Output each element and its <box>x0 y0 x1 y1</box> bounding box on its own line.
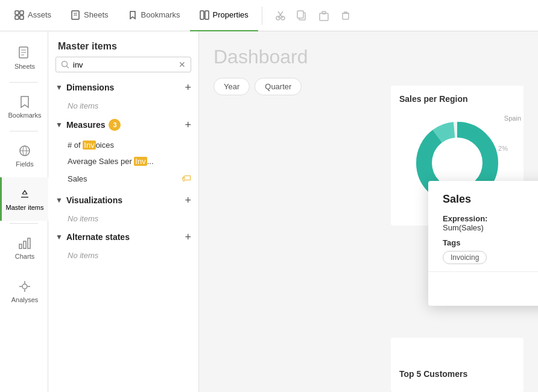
svg-rect-1 <box>20 11 24 14</box>
search-clear-button[interactable]: ✕ <box>179 60 186 69</box>
sidebar-divider-2 <box>10 131 38 131</box>
list-item[interactable]: Sales 🏷 <box>68 169 198 188</box>
sidebar-item-charts[interactable]: Charts <box>0 226 48 270</box>
tab-properties-label: Properties <box>213 10 248 19</box>
tab-bookmarks[interactable]: Bookmarks <box>118 0 190 31</box>
dimensions-add-button[interactable]: + <box>185 82 191 93</box>
sheets-nav-icon <box>17 46 32 60</box>
svg-rect-28 <box>24 241 26 248</box>
svg-rect-8 <box>205 11 209 19</box>
sidebar-divider-3 <box>10 223 38 224</box>
measures-chevron: ▼ <box>55 121 63 129</box>
popup-expression-label: Expression: <box>443 214 538 223</box>
cut-button[interactable] <box>271 6 290 25</box>
main-layout: Sheets Bookmarks Fields Master items Cha… <box>0 31 538 392</box>
measures-add-button[interactable]: + <box>185 119 191 130</box>
measure-avg-sales-label: Average Sales per Inv... <box>68 157 154 166</box>
master-items-nav-icon <box>17 187 32 201</box>
search-box[interactable]: ✕ <box>55 57 191 72</box>
alternate-states-section: ▼ Alternate states + No items <box>48 227 198 264</box>
delete-toolbar-button[interactable] <box>336 6 355 25</box>
paste-button[interactable] <box>314 6 334 25</box>
bookmarks-icon <box>128 10 138 20</box>
sidebar-item-bookmarks[interactable]: Bookmarks <box>0 85 48 128</box>
dimensions-no-items: No items <box>48 98 198 114</box>
charts-nav-icon <box>17 236 32 250</box>
search-input[interactable] <box>73 60 175 69</box>
list-item[interactable]: # of Invoices <box>68 137 198 153</box>
measures-items: # of Invoices Average Sales per Inv... S… <box>48 136 198 190</box>
visualizations-no-items: No items <box>48 210 198 227</box>
alternate-states-title: Alternate states <box>66 232 130 242</box>
tab-bookmarks-label: Bookmarks <box>141 10 180 19</box>
popup-tag-invoicing[interactable]: Invoicing <box>443 251 487 264</box>
copy-icon <box>297 10 308 21</box>
svg-rect-17 <box>343 13 349 19</box>
tab-sheets-label: Sheets <box>84 10 108 19</box>
analyses-nav-label: Analyses <box>11 296 39 303</box>
charts-nav-label: Charts <box>15 253 34 260</box>
top5-customers-card: Top 5 Customers <box>391 338 524 392</box>
tab-assets[interactable]: Assets <box>5 0 61 31</box>
master-items-nav-label: Master items <box>6 204 44 211</box>
fields-nav-icon <box>17 144 32 158</box>
sidebar-divider-1 <box>10 82 38 83</box>
sidebar-item-sheets[interactable]: Sheets <box>0 36 48 80</box>
analyses-nav-icon <box>17 279 32 294</box>
sheets-nav-label: Sheets <box>14 63 35 70</box>
sidebar-item-master-items[interactable]: Master items <box>0 177 48 221</box>
visualizations-section-header[interactable]: ▼ Visualizations + <box>48 190 198 210</box>
delete-icon <box>340 10 351 21</box>
sidebar-item-analyses[interactable]: Analyses <box>0 270 48 313</box>
measures-section: ▼ Measures 3 + # of Invoices Average Sal… <box>48 114 198 190</box>
svg-rect-0 <box>15 11 19 14</box>
sidebar-icons: Sheets Bookmarks Fields Master items Cha… <box>0 31 48 392</box>
svg-line-36 <box>67 66 69 69</box>
svg-rect-2 <box>15 16 19 19</box>
toolbar: Assets Sheets Bookmarks Properties <box>0 0 538 31</box>
svg-point-35 <box>62 62 68 67</box>
popup-title: Sales <box>443 193 538 206</box>
list-item[interactable]: Average Sales per Inv... <box>68 153 198 169</box>
dimensions-section-header[interactable]: ▼ Dimensions + <box>48 77 198 98</box>
sheets-icon <box>71 10 80 20</box>
toolbar-separator <box>262 7 262 25</box>
alternate-states-section-header[interactable]: ▼ Alternate states + <box>48 227 198 247</box>
tag-icon: 🏷 <box>182 173 191 184</box>
paste-icon <box>318 10 329 21</box>
sales-popup-card: Sales Expression: Sum(Sales) Tags Invoic… <box>428 181 538 306</box>
visualizations-add-button[interactable]: + <box>185 195 191 206</box>
svg-point-30 <box>22 284 27 289</box>
alternate-states-add-button[interactable]: + <box>185 232 191 242</box>
measures-count: 3 <box>109 119 121 131</box>
spain-label: Spain <box>504 115 521 122</box>
svg-rect-3 <box>20 16 24 19</box>
properties-icon <box>200 10 209 20</box>
master-panel-title: Master items <box>48 31 198 57</box>
top5-title: Top 5 Customers <box>399 369 467 379</box>
sidebar-item-fields[interactable]: Fields <box>0 134 48 177</box>
fields-nav-label: Fields <box>16 160 33 168</box>
measure-invoices-label: # of Invoices <box>68 141 114 150</box>
bookmarks-nav-label: Bookmarks <box>8 112 41 119</box>
bookmarks-nav-icon <box>17 95 32 109</box>
popup-footer <box>428 271 538 306</box>
master-items-panel: Master items ✕ ▼ Dimensions + No items ▼ <box>48 31 199 392</box>
toolbar-icon-group <box>271 6 355 25</box>
measures-section-header[interactable]: ▼ Measures 3 + <box>48 114 198 136</box>
tab-properties[interactable]: Properties <box>190 0 258 31</box>
popup-body: Sales Expression: Sum(Sales) Tags Invoic… <box>428 181 538 271</box>
sales-region-title: Sales per Region <box>399 94 515 104</box>
tab-sheets[interactable]: Sheets <box>61 0 118 31</box>
assets-icon <box>14 10 24 20</box>
svg-rect-14 <box>297 11 303 18</box>
svg-rect-27 <box>19 244 22 248</box>
svg-rect-29 <box>28 238 30 248</box>
alternate-states-no-items: No items <box>48 247 198 264</box>
quarter-filter[interactable]: Quarter <box>255 78 302 95</box>
year-filter[interactable]: Year <box>214 78 250 95</box>
visualizations-title: Visualizations <box>66 195 122 205</box>
copy-button[interactable] <box>293 6 312 25</box>
dimensions-chevron: ▼ <box>55 83 63 92</box>
cut-icon <box>275 10 286 21</box>
